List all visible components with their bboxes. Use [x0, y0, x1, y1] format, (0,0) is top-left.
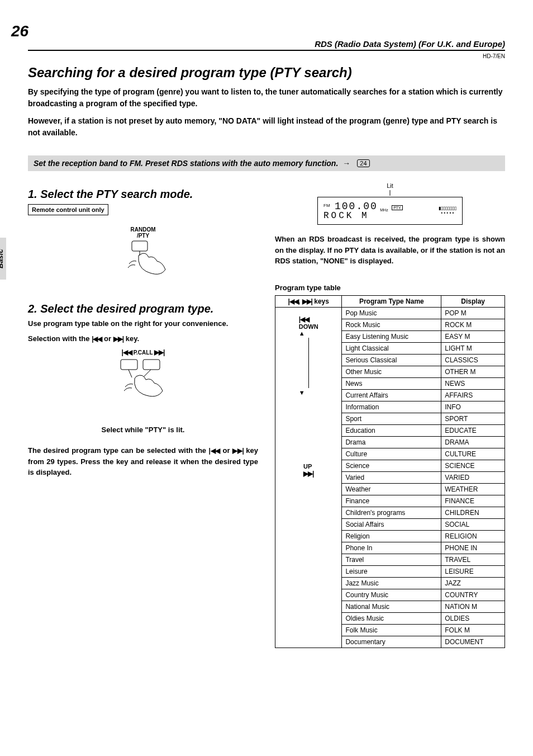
mhz-label: MHz: [380, 208, 388, 212]
up-label: UP: [303, 463, 313, 470]
keys-direction-cell: |◀◀DOWN▲▼UP▶▶|: [275, 307, 342, 648]
step-2-title: 2. Select the desired program type.: [28, 303, 258, 315]
header-section: RDS (Radio Data System) (For U.K. and Eu…: [315, 39, 505, 49]
program-type-display: INFO: [441, 401, 505, 413]
intro-paragraph-2: However, if a station is not preset by a…: [28, 115, 505, 139]
program-type-name: Sport: [342, 413, 441, 424]
program-type-display: OTHER M: [441, 366, 505, 377]
reference-arrow-icon: →: [342, 159, 350, 168]
button-label-pty: /PTY: [28, 233, 258, 239]
intro-paragraph-1: By specifying the type of program (genre…: [28, 86, 505, 110]
random-pty-button-illustration: RANDOM /PTY: [28, 226, 258, 286]
program-type-display: AFFAIRS: [441, 389, 505, 401]
lit-label: Lit: [275, 182, 505, 189]
program-type-name: Religion: [342, 530, 441, 542]
program-type-name: Documentary: [342, 636, 441, 648]
program-type-name: Current Affairs: [342, 389, 441, 401]
program-type-display: SCIENCE: [441, 460, 505, 471]
program-type-display: CULTURE: [441, 448, 505, 460]
program-type-name: Serious Classical: [342, 354, 441, 366]
program-type-name: Jazz Music: [342, 577, 441, 589]
preparation-text: Set the reception band to FM. Preset RDS…: [34, 159, 338, 168]
program-type-name: Oldies Music: [342, 612, 441, 624]
program-type-name: Leisure: [342, 565, 441, 577]
program-type-name: Social Affairs: [342, 518, 441, 530]
remote-only-label: Remote control unit only: [28, 204, 108, 215]
skip-back-icon: |◀◀: [208, 447, 220, 455]
program-type-display: DOCUMENT: [441, 636, 505, 648]
program-type-name: Science: [342, 460, 441, 471]
program-type-name: Information: [342, 401, 441, 413]
up-arrow-icon: ▲: [299, 330, 318, 337]
doc-code: HD-7/EN: [28, 53, 505, 59]
program-type-display: TRAVEL: [441, 554, 505, 565]
program-type-display: SOCIAL: [441, 518, 505, 530]
program-type-name: Children's programs: [342, 507, 441, 518]
program-type-display: CLASSICS: [441, 354, 505, 366]
display-text: ROCK M: [323, 211, 439, 221]
program-type-name: Easy Listening Music: [342, 330, 441, 342]
desired-type-instruction: The desired program type can be selected…: [28, 445, 258, 478]
display-meter-icon: ▮▯▯▯▯▯▯▯▪ ▪ ▪ ▪ ▪: [439, 206, 456, 215]
direction-line: [308, 338, 309, 388]
pcall-buttons-illustration: |◀◀ P.CALL ▶▶|: [28, 348, 258, 409]
program-type-name: Light Classical: [342, 342, 441, 354]
skip-forward-icon: ▶▶|: [154, 348, 164, 356]
page-reference: 24: [357, 159, 369, 167]
frequency-readout: 100.00: [335, 201, 378, 212]
program-type-display: LIGHT M: [441, 342, 505, 354]
preparation-bar: Set the reception band to FM. Preset RDS…: [28, 155, 505, 171]
program-type-display: FOLK M: [441, 624, 505, 636]
program-type-name: Other Music: [342, 366, 441, 377]
program-type-name: Rock Music: [342, 319, 441, 330]
program-type-display: ROCK M: [441, 319, 505, 330]
program-type-display: WEATHER: [441, 483, 505, 495]
program-type-name: Country Music: [342, 589, 441, 601]
skip-forward-icon: ▶▶|: [303, 470, 313, 478]
program-type-display: OLDIES: [441, 612, 505, 624]
th-display: Display: [441, 295, 505, 307]
program-type-name: Culture: [342, 448, 441, 460]
rds-broadcast-note: When an RDS broadcast is received, the p…: [275, 234, 505, 267]
program-type-table: |◀◀, ▶▶| keys Program Type Name Display …: [275, 295, 505, 648]
svg-line-4: [129, 370, 132, 377]
program-type-display: JAZZ: [441, 577, 505, 589]
program-type-display: EASY M: [441, 330, 505, 342]
program-type-display: DRAMA: [441, 436, 505, 448]
program-type-display: VARIED: [441, 471, 505, 483]
program-type-name: Varied: [342, 471, 441, 483]
program-type-table-title: Program type table: [275, 284, 505, 292]
lit-pointer-line: [387, 190, 393, 196]
program-type-name: Phone In: [342, 542, 441, 554]
svg-rect-3: [143, 360, 160, 370]
program-type-name: National Music: [342, 601, 441, 612]
th-name: Program Type Name: [342, 295, 441, 307]
step-1-title: 1. Select the PTY search mode.: [28, 188, 258, 201]
svg-rect-0: [132, 241, 147, 251]
program-type-display: NEWS: [441, 377, 505, 389]
program-type-name: Pop Music: [342, 307, 441, 319]
down-arrow-icon: ▼: [299, 389, 318, 396]
program-type-name: Education: [342, 424, 441, 436]
program-type-display: LEISURE: [441, 565, 505, 577]
program-type-display: POP M: [441, 307, 505, 319]
program-type-name: Weather: [342, 483, 441, 495]
down-label: DOWN: [299, 323, 318, 330]
side-tab-basic: Basic: [0, 238, 6, 280]
program-type-name: Folk Music: [342, 624, 441, 636]
program-type-name: Drama: [342, 436, 441, 448]
button-label-random: RANDOM: [28, 226, 258, 233]
section-title: Searching for a desired program type (PT…: [28, 65, 505, 81]
program-type-display: COUNTRY: [441, 589, 505, 601]
program-type-display: FINANCE: [441, 495, 505, 507]
program-type-display: RELIGION: [441, 530, 505, 542]
step-2-subtitle: Use program type table on the right for …: [28, 319, 258, 329]
skip-back-icon: |◀◀: [299, 315, 318, 323]
table-row: |◀◀DOWN▲▼UP▶▶|Pop MusicPOP M: [275, 307, 505, 319]
selection-instruction: Selection with the |◀◀ or ▶▶| key.: [28, 334, 258, 343]
svg-rect-2: [121, 360, 137, 370]
skip-forward-icon: ▶▶|: [113, 335, 123, 343]
skip-back-icon: |◀◀: [92, 335, 102, 343]
finger-press-two-buttons-icon: [104, 356, 182, 407]
pcall-label: P.CALL: [134, 349, 153, 356]
